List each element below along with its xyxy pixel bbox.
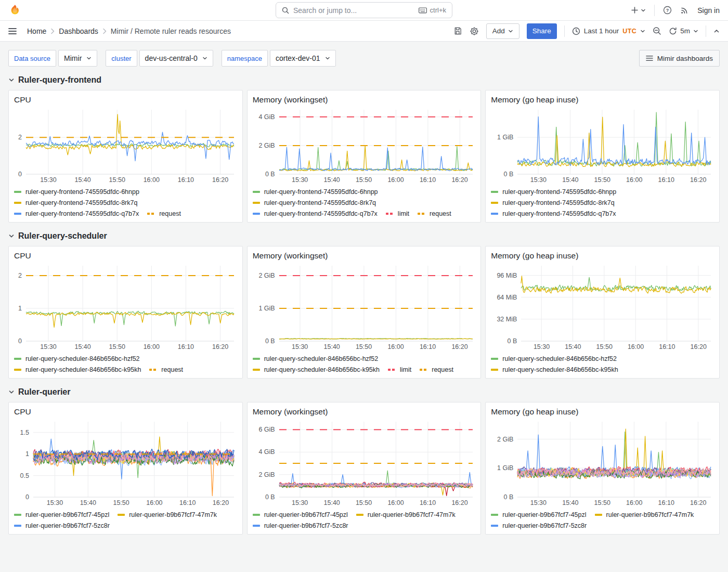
legend-item[interactable]: request [149,365,183,374]
help-icon[interactable]: ? [663,6,672,15]
legend-label: request [161,366,183,373]
panel: CPU0215:3015:4015:5016:0016:1016:20ruler… [8,90,243,223]
section-header[interactable]: Ruler-query-scheduler [8,229,720,243]
legend: ruler-query-scheduler-846b656bc-hzf52rul… [491,351,714,374]
legend-label: ruler-query-frontend-745595dfdc-8rk7q [502,199,614,206]
legend-item[interactable]: ruler-query-scheduler-846b656bc-k95kh [491,365,618,374]
legend-item[interactable]: ruler-query-frontend-745595dfdc-q7b7x [253,209,378,218]
filter-namespace-value[interactable]: cortex-dev-01 [270,50,336,67]
legend-item[interactable]: ruler-querier-b9b67fcf7-47m7k [118,510,217,519]
time-series-chart[interactable]: 0 B2 GiB4 GiB [253,107,476,175]
legend-item[interactable]: ruler-query-frontend-745595dfdc-8rk7q [491,198,614,207]
panel: Memory (workingset)0 B2 GiB4 GiB15:3015:… [247,90,482,223]
legend-item[interactable]: ruler-querier-b9b67fcf7-45pzl [491,510,586,519]
save-dashboard-icon[interactable] [453,27,462,35]
search-input[interactable] [293,6,414,15]
y-axis-label: 96 MiB [491,272,517,279]
time-series-chart[interactable]: 0 B1 GiB2 GiB [253,263,476,342]
legend-item[interactable]: ruler-querier-b9b67fcf7-45pzl [14,510,109,519]
breadcrumb-dashboards[interactable]: Dashboards [59,27,98,35]
filter-datasource-value[interactable]: Mimir [58,50,97,67]
legend-label: request [432,366,453,373]
time-range-picker[interactable]: Last 1 hour UTC [572,27,645,35]
zoom-out-time-icon[interactable] [653,27,661,35]
legend-item[interactable]: limit [386,209,409,218]
new-menu-button[interactable] [631,6,646,14]
y-axis-label: 32 MiB [491,316,517,323]
menu-toggle-icon[interactable] [8,28,17,35]
legend-item[interactable]: ruler-query-frontend-745595dfdc-8rk7q [14,198,137,207]
chevron-up-icon[interactable] [713,28,720,34]
legend-label: ruler-query-scheduler-846b656bc-k95kh [25,366,141,373]
grafana-logo[interactable] [8,4,21,17]
share-button[interactable]: Share [527,23,557,39]
filter-cluster-label: cluster [106,50,137,67]
time-series-chart[interactable]: 0 B32 MiB64 MiB96 MiB [491,263,714,342]
y-axis-label: 4 GiB [253,448,275,456]
x-axis-label: 16:10 [178,176,194,184]
legend: ruler-query-scheduler-846b656bc-hzf52rul… [253,351,476,374]
legend-label: ruler-querier-b9b67fcf7-45pzl [264,511,348,518]
filter-datasource: Data source Mimir [8,50,97,67]
x-axis-label: 15:50 [356,343,372,350]
legend-label: ruler-query-frontend-745595dfdc-q7b7x [25,210,139,217]
dashboard-settings-icon[interactable] [470,27,479,36]
legend-item[interactable]: ruler-querier-b9b67fcf7-47m7k [595,510,694,519]
filter-cluster-value[interactable]: dev-us-central-0 [139,50,213,67]
legend-item[interactable]: ruler-query-frontend-745595dfdc-q7b7x [491,209,616,218]
x-axis-label: 16:20 [451,343,467,350]
legend-item[interactable]: ruler-querier-b9b67fcf7-47m7k [356,510,456,519]
legend-item[interactable]: ruler-query-frontend-745595dfdc-6hnpp [253,187,378,197]
y-axis-label: 1 [14,450,29,458]
legend-item[interactable]: ruler-querier-b9b67fcf7-5zc8r [491,521,587,530]
legend-item[interactable]: ruler-query-frontend-745595dfdc-6hnpp [14,187,139,197]
legend-item[interactable]: ruler-query-frontend-745595dfdc-8rk7q [253,198,376,207]
time-series-chart[interactable]: 00.511.5 [14,419,237,498]
legend-item[interactable]: ruler-query-scheduler-846b656bc-hzf52 [253,354,379,363]
legend-item[interactable]: request [147,209,181,218]
legend-item[interactable]: ruler-query-frontend-745595dfdc-6hnpp [491,187,616,197]
time-series-chart[interactable]: 0 B1 GiB2 GiB [491,419,714,498]
legend-dash-marker [386,213,394,215]
news-icon[interactable] [680,6,689,15]
x-axis-label: 16:00 [387,343,404,350]
legend-series-marker [595,514,602,516]
legend-series-marker [356,514,363,516]
panel-title: Memory (go heap inuse) [491,405,714,419]
legend-series-marker [253,358,260,360]
section-header[interactable]: Ruler-querier [8,385,720,399]
legend-series-marker [14,213,21,215]
legend-item[interactable]: limit [388,365,411,374]
time-series-chart[interactable]: 02 [14,107,237,175]
time-series-chart[interactable]: 0 B2 GiB4 GiB6 GiB [253,419,476,498]
legend-item[interactable]: ruler-querier-b9b67fcf7-5zc8r [253,521,348,530]
x-axis-label: 16:10 [658,176,674,184]
x-axis-label: 16:00 [628,343,644,350]
legend-item[interactable]: ruler-query-scheduler-846b656bc-hzf52 [491,354,617,363]
legend-item[interactable]: request [418,209,451,218]
time-series-chart[interactable]: 0 B1 GiB [491,107,714,175]
chevron-down-icon [202,56,207,61]
legend-label: request [159,210,181,217]
legend-item[interactable]: ruler-query-scheduler-846b656bc-hzf52 [14,354,140,363]
legend-series-marker [14,369,21,371]
mimir-dashboards-button[interactable]: Mimir dashboards [639,50,720,67]
section-header[interactable]: Ruler-query-frontend [8,73,720,87]
x-axis: 15:3015:4015:5016:0016:1016:20 [491,175,714,184]
sign-in-link[interactable]: Sign in [697,6,720,15]
legend-item[interactable]: ruler-querier-b9b67fcf7-45pzl [253,510,348,519]
search-input-box[interactable]: ctrl+k [276,2,452,18]
x-axis-label: 16:10 [420,499,436,506]
legend-item[interactable]: ruler-query-scheduler-846b656bc-k95kh [253,365,380,374]
breadcrumb-home[interactable]: Home [27,27,46,35]
legend-item[interactable]: ruler-query-frontend-745595dfdc-q7b7x [14,209,139,218]
refresh-picker[interactable]: 5m [669,27,698,35]
time-series-chart[interactable]: 012 [14,263,237,342]
add-button[interactable]: Add [486,23,519,39]
legend-series-marker [253,369,260,371]
legend-item[interactable]: ruler-querier-b9b67fcf7-5zc8r [14,521,110,530]
x-axis-label: 15:40 [565,343,581,350]
legend-item[interactable]: request [420,365,453,374]
legend-item[interactable]: ruler-query-scheduler-846b656bc-k95kh [14,365,141,374]
legend: ruler-querier-b9b67fcf7-45pzlruler-queri… [14,507,237,530]
